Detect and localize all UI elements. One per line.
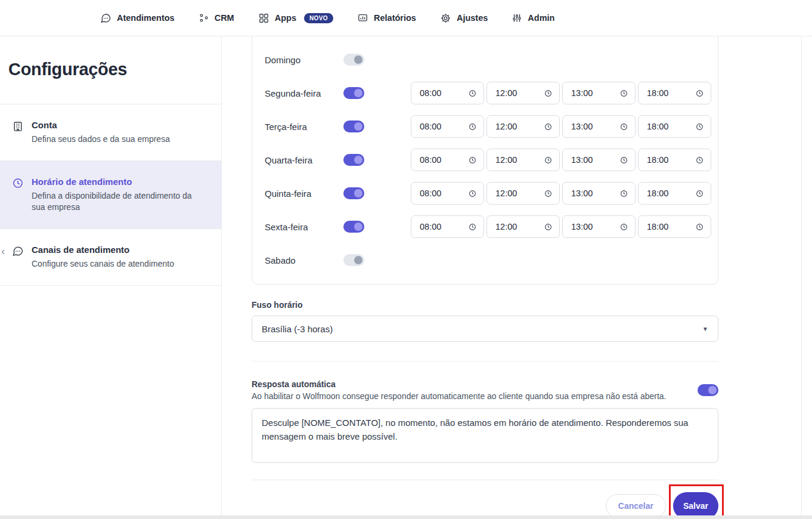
- nav-label: CRM: [215, 13, 234, 23]
- day-toggle[interactable]: [343, 54, 364, 66]
- time-input[interactable]: 08:00: [411, 115, 484, 138]
- timezone-label: Fuso horário: [252, 300, 718, 310]
- day-toggle[interactable]: [343, 121, 364, 132]
- time-value: 08:00: [420, 155, 441, 165]
- day-toggle[interactable]: [343, 87, 364, 99]
- time-value: 18:00: [647, 189, 668, 198]
- time-input[interactable]: 12:00: [486, 182, 560, 205]
- schedule-row: Sexta-feira08:0012:0013:0018:00: [252, 210, 711, 243]
- clock-icon: [620, 223, 628, 231]
- sidebar-item-conta[interactable]: Conta Defina seus dados e da sua empresa: [0, 104, 221, 161]
- time-input[interactable]: 12:00: [486, 149, 560, 171]
- day-toggle[interactable]: [343, 221, 364, 233]
- toggle-knob: [354, 189, 362, 197]
- nav-item-apps[interactable]: Apps NOVO: [258, 13, 333, 24]
- time-value: 12:00: [495, 122, 517, 131]
- day-label: Quinta-feira: [265, 189, 343, 199]
- settings-sidebar: Configurações Conta Defina seus dados e …: [0, 36, 222, 519]
- time-range-group: 08:0012:0013:0018:00: [411, 115, 711, 138]
- collapse-sidebar-chevron-icon[interactable]: ‹: [0, 244, 6, 258]
- time-input[interactable]: 08:00: [411, 215, 484, 238]
- time-input[interactable]: 12:00: [486, 115, 560, 138]
- timezone-select[interactable]: Brasília (-3 horas) ▼: [252, 316, 718, 342]
- time-input[interactable]: 13:00: [562, 182, 636, 205]
- time-value: 12:00: [495, 189, 517, 198]
- day-toggle[interactable]: [343, 254, 364, 266]
- clock-icon: [544, 190, 552, 197]
- auto-reply-message-input[interactable]: Desculpe [NOME_CONTATO], no momento, não…: [252, 408, 718, 463]
- clock-icon: [696, 123, 703, 131]
- time-input[interactable]: 18:00: [638, 182, 711, 205]
- clock-icon: [544, 123, 552, 131]
- nav-item-ajustes[interactable]: Ajustes: [440, 13, 488, 24]
- time-value: 08:00: [420, 122, 441, 131]
- time-input[interactable]: 08:00: [411, 149, 484, 171]
- chat-icon: [100, 13, 111, 24]
- sliders-icon: [512, 13, 522, 23]
- clock-icon: [696, 223, 703, 231]
- time-range-group: 08:0012:0013:0018:00: [411, 149, 711, 171]
- day-toggle[interactable]: [343, 187, 364, 199]
- nodes-icon: [199, 13, 209, 23]
- building-icon: [12, 121, 24, 135]
- time-range-group: 08:0012:0013:0018:00: [411, 82, 711, 104]
- clock-icon: [696, 89, 703, 97]
- time-range-group: 08:0012:0013:0018:00: [411, 215, 711, 238]
- sidebar-item-horario-de-atendimento[interactable]: Horário de atendimento Defina a disponib…: [0, 161, 221, 229]
- toggle-knob: [354, 256, 362, 264]
- nav-item-relatorios[interactable]: Relatórios: [357, 13, 416, 24]
- auto-reply-description: Ao habilitar o Wolfmoon consegue respond…: [252, 391, 667, 401]
- clock-icon: [469, 190, 476, 197]
- clock-icon: [469, 89, 476, 97]
- toggle-knob: [708, 386, 717, 394]
- clock-icon: [620, 123, 628, 131]
- time-value: 13:00: [571, 189, 593, 198]
- time-input[interactable]: 08:00: [411, 82, 484, 104]
- day-label: Quarta-feira: [265, 155, 343, 165]
- auto-reply-title: Resposta automática: [252, 379, 667, 389]
- time-input[interactable]: 13:00: [562, 82, 636, 104]
- clock-icon: [544, 156, 552, 164]
- time-input[interactable]: 12:00: [486, 215, 560, 238]
- time-value: 18:00: [647, 88, 668, 98]
- day-label: Sexta-feira: [265, 222, 343, 232]
- sidebar-item-subtitle: Defina a disponibilidade de atendimento …: [32, 190, 204, 213]
- time-value: 08:00: [420, 189, 441, 198]
- time-input[interactable]: 18:00: [638, 115, 711, 138]
- sidebar-item-title: Canais de atendimento: [32, 245, 174, 255]
- time-input[interactable]: 13:00: [562, 149, 636, 171]
- schedule-row: Quarta-feira08:0012:0013:0018:00: [252, 143, 711, 177]
- gear-icon: [440, 13, 451, 24]
- schedule-row: Segunda-feira08:0012:0013:0018:00: [252, 76, 711, 110]
- nav-item-admin[interactable]: Admin: [512, 13, 554, 23]
- clock-icon: [696, 190, 703, 197]
- time-input[interactable]: 13:00: [562, 115, 636, 138]
- time-value: 08:00: [420, 222, 441, 231]
- clock-icon: [544, 223, 552, 231]
- time-input[interactable]: 12:00: [486, 82, 560, 104]
- schedule-row: Sabado: [252, 243, 711, 277]
- sidebar-item-canais-de-atendimento[interactable]: Canais de atendimento Configure seus can…: [0, 229, 221, 286]
- time-input[interactable]: 18:00: [638, 149, 711, 171]
- divider: [252, 480, 718, 480]
- time-value: 12:00: [495, 88, 517, 98]
- toggle-knob: [354, 122, 362, 131]
- time-value: 18:00: [647, 155, 668, 165]
- auto-reply-header: Resposta automática Ao habilitar o Wolfm…: [252, 379, 718, 401]
- time-input[interactable]: 18:00: [638, 215, 711, 238]
- clock-icon: [469, 223, 476, 231]
- clock-icon: [620, 190, 628, 197]
- time-input[interactable]: 13:00: [562, 215, 636, 238]
- clock-icon: [12, 177, 24, 191]
- auto-reply-toggle[interactable]: [698, 384, 718, 396]
- cancel-button[interactable]: Cancelar: [606, 494, 666, 518]
- time-value: 18:00: [647, 222, 668, 231]
- nav-item-atendimentos[interactable]: Atendimentos: [100, 13, 175, 24]
- nav-item-crm[interactable]: CRM: [199, 13, 234, 23]
- day-toggle[interactable]: [343, 154, 364, 166]
- nav-label: Ajustes: [457, 13, 488, 23]
- time-input[interactable]: 18:00: [638, 82, 711, 104]
- nav-label: Apps: [275, 13, 296, 23]
- time-input[interactable]: 08:00: [411, 182, 484, 205]
- clock-icon: [620, 156, 628, 164]
